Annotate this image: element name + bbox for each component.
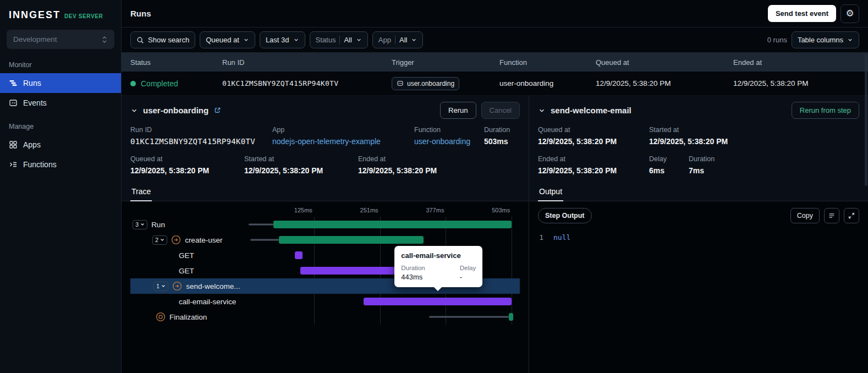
filters-toolbar: Show search Queued at Last 3d Status All… bbox=[122, 28, 868, 53]
status-filter-label: Status bbox=[316, 36, 336, 44]
trace-row-label-cell: 1 send-welcome... bbox=[130, 281, 249, 291]
external-link-icon[interactable] bbox=[213, 106, 222, 114]
sidebar-item-functions[interactable]: Functions bbox=[0, 155, 121, 174]
chevron-down-icon[interactable] bbox=[538, 107, 546, 114]
settings-gear-button[interactable]: ⚙ bbox=[840, 4, 859, 23]
chevron-up-down-icon bbox=[101, 36, 108, 43]
sidebar-item-label: Events bbox=[23, 98, 47, 107]
run-meta-row-2: Queued at 12/9/2025, 5:38:20 PM Started … bbox=[122, 153, 529, 182]
sidebar-item-events[interactable]: Events bbox=[0, 93, 121, 113]
trace-bar-green[interactable] bbox=[509, 313, 513, 321]
trace-bar-purple[interactable] bbox=[300, 267, 406, 275]
sidebar-item-apps[interactable]: Apps bbox=[0, 135, 121, 155]
step-detail-header: send-welcome-email Rerun from step bbox=[529, 96, 868, 124]
logo-row: INNGEST DEV SERVER bbox=[0, 0, 121, 28]
copy-button[interactable]: Copy bbox=[790, 208, 820, 223]
trace-bar-wait[interactable] bbox=[249, 224, 273, 226]
axis-tick-label: 251ms bbox=[360, 207, 380, 213]
sidebar-item-label: Apps bbox=[23, 140, 41, 149]
trace-row-finalization[interactable]: Finalization bbox=[130, 309, 520, 325]
queued-at-field: Queued at 12/9/2025, 5:38:20 PM bbox=[130, 155, 244, 175]
column-header-trigger[interactable]: Trigger bbox=[392, 58, 499, 67]
status-filter-value: All bbox=[344, 36, 351, 44]
runs-count: 0 runs bbox=[767, 36, 787, 44]
send-test-event-button[interactable]: Send test event bbox=[768, 5, 836, 22]
app-link[interactable]: nodejs-open-telemetry-example bbox=[272, 137, 381, 146]
trace-row-label-cell: 2 create-user bbox=[130, 235, 249, 245]
trace-bar-green[interactable] bbox=[273, 221, 512, 228]
trace-row-run[interactable]: 3 Run bbox=[130, 217, 520, 232]
environment-select[interactable]: Development bbox=[7, 30, 114, 49]
column-header-status[interactable]: Status bbox=[130, 58, 222, 67]
status-filter-dropdown[interactable]: Status All bbox=[310, 31, 368, 48]
ended-at-value: 12/9/2025, 5:38:20 PM bbox=[538, 166, 649, 175]
run-meta-row-1: Run ID 01KC1ZMSBNY9ZQT415RP94K0TV App no… bbox=[122, 124, 529, 153]
rerun-from-step-button[interactable]: Rerun from step bbox=[792, 102, 859, 119]
trace-bar-purple[interactable] bbox=[295, 251, 303, 259]
main-content: Runs Send test event ⚙ Show search Queue… bbox=[122, 0, 868, 373]
delay-value: 6ms bbox=[649, 166, 689, 175]
queued-at-label: Queued at bbox=[206, 36, 239, 44]
trigger-cell: user.onboarding bbox=[392, 77, 499, 90]
function-link[interactable]: user-onboarding bbox=[414, 137, 470, 146]
trace-row-label-cell: 3 Run bbox=[130, 220, 249, 229]
output-code[interactable]: 1 null bbox=[529, 223, 868, 251]
step-output-badge[interactable]: Step Output bbox=[538, 208, 592, 223]
trace-bar-purple[interactable] bbox=[364, 298, 512, 305]
duration-value: 7ms bbox=[689, 166, 859, 175]
events-icon bbox=[9, 98, 18, 107]
app-filter-dropdown[interactable]: App All bbox=[372, 31, 424, 48]
column-header-ended-at[interactable]: Ended at bbox=[733, 58, 859, 67]
step-detail-tabs: Output bbox=[529, 182, 868, 201]
expand-button[interactable] bbox=[844, 208, 859, 223]
table-columns-dropdown[interactable]: Table columns bbox=[792, 31, 859, 48]
page-header: Runs Send test event ⚙ bbox=[122, 0, 868, 28]
column-header-queued-at[interactable]: Queued at bbox=[596, 58, 733, 67]
trace-bar-wait[interactable] bbox=[250, 239, 279, 241]
trace-row-call-email-service[interactable]: call-email-service bbox=[130, 294, 520, 309]
app-filter-label: App bbox=[378, 36, 391, 44]
trigger-badge[interactable]: user.onboarding bbox=[392, 77, 459, 90]
chevron-down-icon bbox=[243, 37, 249, 43]
column-header-function[interactable]: Function bbox=[499, 58, 596, 67]
runs-icon bbox=[9, 79, 18, 87]
table-row[interactable]: Completed 01KC1ZMSBNY9ZQT415RP94K0TV use… bbox=[122, 72, 868, 96]
page-title: Runs bbox=[130, 9, 151, 18]
tab-output[interactable]: Output bbox=[538, 182, 563, 201]
collapse-toggle[interactable]: 3 bbox=[133, 220, 147, 229]
collapse-toggle[interactable]: 2 bbox=[152, 235, 167, 245]
word-wrap-button[interactable] bbox=[824, 208, 839, 223]
trace-row-create-user[interactable]: 2 create-user bbox=[130, 232, 520, 248]
gear-icon: ⚙ bbox=[845, 8, 854, 19]
divider bbox=[395, 36, 395, 44]
expand-icon bbox=[848, 212, 855, 220]
event-icon bbox=[397, 80, 404, 87]
trigger-name: user.onboarding bbox=[407, 80, 454, 87]
step-queued-at-field: Queued at 12/9/2025, 5:38:20 PM bbox=[538, 126, 649, 146]
trace-row-label-cell: GET bbox=[130, 251, 249, 260]
chevron-down-icon bbox=[847, 37, 853, 43]
chevron-down-icon[interactable] bbox=[130, 107, 138, 114]
show-search-button[interactable]: Show search bbox=[130, 31, 195, 48]
rerun-button[interactable]: Rerun bbox=[440, 102, 476, 119]
chevron-down-icon bbox=[356, 37, 362, 43]
span-name: GET bbox=[179, 251, 194, 260]
queued-at-dropdown[interactable]: Queued at bbox=[200, 31, 255, 48]
delay-label: Delay bbox=[649, 155, 689, 163]
trace-bar-green[interactable] bbox=[279, 236, 424, 244]
scrollbar-thumb[interactable] bbox=[865, 54, 867, 186]
ended-at-field: Ended at 12/9/2025, 5:38:20 PM bbox=[358, 155, 520, 175]
sidebar-item-runs[interactable]: Runs bbox=[0, 73, 121, 93]
time-range-dropdown[interactable]: Last 3d bbox=[260, 31, 305, 48]
run-detail-split: user-onboarding Rerun Cancel Run ID 01KC… bbox=[122, 96, 868, 373]
step-duration-field: Duration 7ms bbox=[689, 155, 859, 175]
column-header-run-id[interactable]: Run ID bbox=[222, 58, 392, 67]
trace-time-axis: 125ms251ms377ms503ms bbox=[249, 206, 520, 217]
collapse-toggle[interactable]: 1 bbox=[153, 282, 168, 291]
trace-bar-wait[interactable] bbox=[429, 316, 508, 318]
functions-icon bbox=[9, 160, 18, 169]
span-name: Finalization bbox=[169, 313, 207, 321]
tab-trace[interactable]: Trace bbox=[130, 182, 152, 201]
tooltip-duration-value: 443ms bbox=[401, 273, 448, 281]
output-toolbar: Step Output Copy bbox=[529, 201, 868, 223]
